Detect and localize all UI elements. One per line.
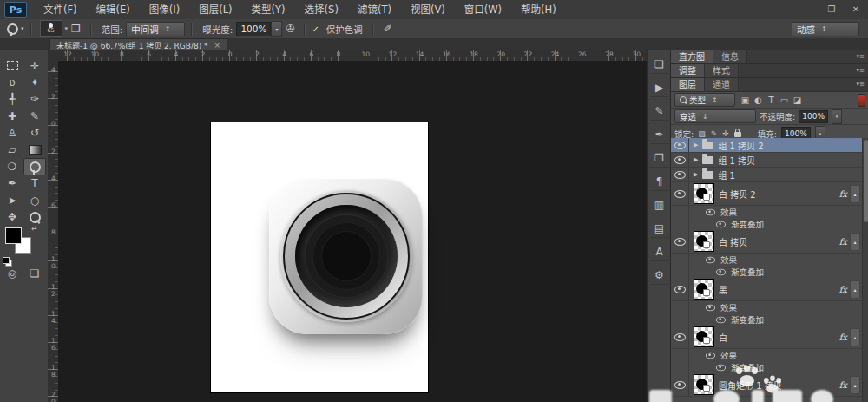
healing-brush-tool[interactable]: ✚ (1, 108, 23, 124)
panel-tab-信息[interactable]: 信息 (713, 50, 747, 63)
eyedropper-tool[interactable]: ✑ (23, 91, 46, 108)
swap-colors-icon[interactable]: ⇄ (31, 224, 37, 232)
protect-tones-checkbox[interactable]: ✓ (312, 24, 319, 34)
clone-source-panel-button[interactable]: ❏ (650, 56, 669, 74)
window-minimize-button[interactable]: – (795, 0, 819, 19)
brush-tool[interactable]: ✎ (23, 108, 46, 124)
quick-mask-button[interactable]: ◎ (1, 265, 23, 281)
workspace-dropdown[interactable]: 动感 ↕ (792, 22, 859, 36)
effect-visibility-icon[interactable] (716, 268, 726, 275)
panel-tab-图层[interactable]: 图层 (671, 78, 705, 91)
filter-shape-layers-icon[interactable]: ▭ (778, 96, 791, 105)
filter-type-layers-icon[interactable]: T (765, 96, 778, 105)
visibility-toggle[interactable] (671, 153, 689, 167)
layer-row[interactable]: 圆角矩形 1 拷贝fx▴ (671, 373, 868, 397)
effects-visibility-icon[interactable] (706, 208, 715, 215)
panel-menu-button[interactable]: ▾≡ (852, 64, 868, 77)
effect-row[interactable]: 渐变叠加 (671, 266, 868, 278)
close-tab-icon[interactable]: × (214, 41, 221, 49)
menu-item-6[interactable]: 滤镜(T) (348, 0, 401, 19)
visibility-toggle[interactable] (671, 230, 689, 253)
sponge-tool[interactable]: ❍ (1, 158, 23, 175)
blend-mode-dropdown[interactable]: 穿透 ↕ (674, 109, 756, 123)
collapse-effects-button[interactable]: ▴ (850, 328, 860, 346)
default-colors-icon[interactable] (3, 257, 10, 265)
panel-tab-直方图[interactable]: 直方图 (671, 50, 713, 63)
opacity-dropdown-button[interactable]: ▾ (832, 109, 842, 124)
exposure-dropdown-button[interactable]: ▾ (271, 21, 282, 37)
visibility-toggle[interactable] (671, 373, 689, 396)
filter-pixel-layers-icon[interactable]: ▣ (739, 96, 752, 105)
document-canvas[interactable] (211, 122, 428, 392)
filter-toggle-switch[interactable] (858, 94, 865, 107)
effect-row[interactable]: 渐变叠加 (671, 313, 868, 326)
panel-tab-调整[interactable]: 调整 (671, 64, 705, 77)
panel-tab-通道[interactable]: 通道 (705, 78, 739, 91)
visibility-toggle[interactable] (671, 168, 689, 181)
expand-arrow-icon[interactable]: ▶ (694, 156, 698, 163)
layers-scrollbar[interactable] (862, 138, 868, 402)
lock-position-icon[interactable]: ✛ (722, 129, 729, 138)
menu-item-0[interactable]: 文件(F) (34, 0, 87, 19)
zoom-tool[interactable] (23, 209, 46, 226)
type-tool[interactable]: T (23, 175, 46, 192)
menu-item-2[interactable]: 图像(I) (140, 0, 189, 19)
brush-picker-arrow-icon[interactable]: ▾ (65, 25, 69, 32)
panel-menu-button[interactable]: ▾≡ (852, 78, 868, 91)
menu-item-3[interactable]: 图层(L) (189, 0, 241, 19)
magic-wand-tool[interactable]: ✦ (23, 74, 46, 90)
collapse-effects-button[interactable]: ▴ (850, 280, 860, 299)
menu-item-7[interactable]: 视图(V) (401, 0, 455, 19)
navigator-panel-button[interactable]: ▥ (650, 196, 669, 214)
panel-menu-button[interactable]: ▾≡ (852, 50, 868, 63)
menu-item-4[interactable]: 类型(Y) (242, 0, 295, 19)
filter-adjustment-layers-icon[interactable]: ◐ (752, 96, 765, 105)
effects-visibility-icon[interactable] (706, 256, 715, 263)
document-tab[interactable]: 未标题-1 @ 66.7%(组 1 拷贝 2, RGB/8) * × (49, 38, 227, 51)
layer-row[interactable]: 黑fx▴ (671, 278, 868, 301)
exposure-field[interactable]: 100% (236, 22, 271, 36)
foreground-color-swatch[interactable] (5, 227, 22, 244)
scrollbar-thumb[interactable] (864, 140, 868, 222)
lock-transparent-pixels-icon[interactable]: ▨ (698, 129, 706, 138)
collapse-effects-button[interactable]: ▴ (850, 233, 860, 251)
window-restore-button[interactable]: ❐ (819, 0, 844, 19)
shape-tool[interactable]: ○ (23, 192, 46, 208)
layer-row[interactable]: 白 拷贝 2fx▴ (671, 182, 868, 206)
effects-header-row[interactable]: 效果 (671, 349, 868, 361)
visibility-toggle[interactable] (671, 182, 689, 205)
screen-mode-button[interactable]: ❏ (23, 265, 46, 281)
collapse-effects-button[interactable]: ▴ (850, 185, 860, 203)
visibility-toggle[interactable] (671, 278, 689, 300)
effects-visibility-icon[interactable] (706, 352, 715, 359)
filter-smart-objects-icon[interactable]: ◪ (791, 96, 804, 105)
effects-header-row[interactable]: 效果 (671, 301, 868, 313)
effect-row[interactable]: 渐变叠加 (671, 218, 868, 230)
effect-row[interactable]: 渐变叠加 (671, 361, 868, 373)
actions-panel-button[interactable]: ▶ (650, 79, 669, 97)
toggle-brush-panel-icon[interactable]: ❒ (71, 23, 81, 35)
effect-visibility-icon[interactable] (716, 316, 726, 323)
expand-arrow-icon[interactable]: ▶ (694, 142, 698, 148)
pen-tool[interactable]: ✒ (1, 175, 23, 192)
range-dropdown[interactable]: 中间调 ↕ (126, 22, 185, 36)
dodge-tool-preset-icon[interactable] (7, 23, 18, 35)
hand-tool[interactable]: ✥ (1, 209, 23, 226)
lasso-tool[interactable]: ʋ (1, 74, 23, 90)
layer-row-group[interactable]: ▶组 1 拷贝 (671, 153, 868, 168)
tool-preset-arrow-icon[interactable]: ▾ (21, 25, 24, 32)
filter-type-dropdown[interactable]: 类型 ↕ (674, 93, 735, 107)
rectangular-marquee-tool[interactable] (1, 57, 23, 74)
layer-row[interactable]: 白fx▴ (671, 326, 868, 349)
paragraph-panel-button[interactable]: ¶ (650, 173, 669, 191)
styles-panel-button[interactable]: ⚙ (650, 267, 669, 285)
layer-comps-panel-button[interactable]: ❐ (650, 149, 669, 168)
expand-arrow-icon[interactable]: ▶ (694, 171, 698, 178)
menu-item-8[interactable]: 窗口(W) (455, 0, 511, 19)
collapse-effects-button[interactable]: ▴ (850, 376, 860, 394)
history-brush-tool[interactable]: ↺ (23, 125, 46, 142)
brush-panel-button[interactable]: ✎ (650, 102, 669, 121)
lock-all-icon[interactable] (734, 132, 741, 137)
lock-image-pixels-icon[interactable]: ✎ (711, 129, 718, 138)
eraser-tool[interactable]: ▱ (1, 142, 23, 158)
